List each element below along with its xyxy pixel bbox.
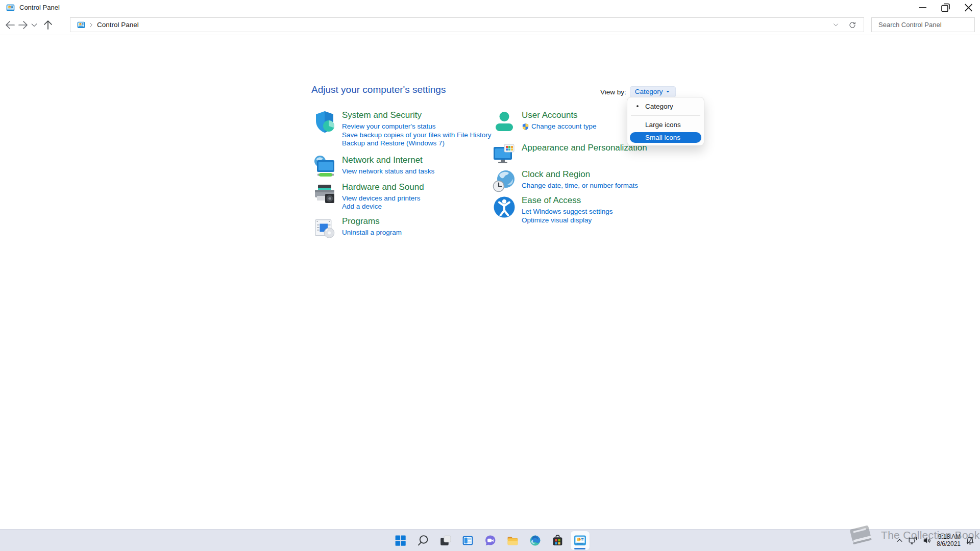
caret-down-icon	[665, 88, 671, 95]
category-link[interactable]: Review your computer's status	[342, 122, 492, 131]
category-title[interactable]: Programs	[342, 216, 402, 227]
taskbar-search-button[interactable]	[413, 531, 432, 550]
active-app-indicator	[574, 548, 585, 549]
category-link-label: Save backup copies of your files with Fi…	[342, 131, 492, 140]
taskbar-clock[interactable]: 9:18 AM 8/6/2021	[937, 533, 961, 547]
category-link[interactable]: Save backup copies of your files with Fi…	[342, 131, 492, 140]
category-link-label: Uninstall a program	[342, 229, 402, 237]
category-link[interactable]: Change date, time, or number formats	[522, 182, 638, 190]
back-button[interactable]	[4, 19, 16, 31]
category-link[interactable]: Backup and Restore (Windows 7)	[342, 139, 492, 148]
control-panel-icon	[574, 534, 586, 547]
search-icon	[416, 534, 429, 547]
taskbar-file-explorer-button[interactable]	[503, 531, 522, 550]
hidden-icons-chevron-icon[interactable]	[896, 537, 903, 544]
page-title: Adjust your computer's settings	[311, 84, 446, 95]
close-button[interactable]	[957, 0, 980, 15]
category-link[interactable]: Add a device	[342, 203, 424, 211]
selected-bullet-icon	[634, 103, 641, 110]
address-dropdown-icon[interactable]	[832, 21, 839, 28]
volume-icon[interactable]	[922, 536, 932, 545]
taskbar-store-button[interactable]	[548, 531, 567, 550]
view-menu-item-large-icons[interactable]: Large icons	[630, 118, 701, 131]
start-icon	[394, 534, 407, 547]
window-title: Control Panel	[19, 4, 60, 11]
category-title[interactable]: Clock and Region	[522, 169, 638, 180]
category-link[interactable]: Optimize visual display	[522, 216, 613, 225]
notifications-bell-icon[interactable]	[965, 536, 975, 545]
category-item: System and Security Review your computer…	[312, 110, 492, 148]
store-icon	[551, 534, 564, 547]
edge-icon	[529, 534, 542, 547]
view-menu-item-category[interactable]: Category	[630, 100, 701, 113]
menu-separator	[631, 115, 700, 116]
category-link[interactable]: Uninstall a program	[342, 229, 402, 237]
taskbar-chat-button[interactable]	[481, 531, 500, 550]
view-by-menu: Category Large icons Small icons	[627, 97, 704, 146]
user-accounts-icon[interactable]	[492, 110, 517, 134]
widgets-icon	[461, 534, 474, 547]
category-link-label: View network status and tasks	[342, 167, 434, 176]
category-title[interactable]: Hardware and Sound	[342, 182, 424, 192]
system-security-icon[interactable]	[312, 110, 337, 134]
taskbar-control-panel-button[interactable]	[571, 531, 590, 550]
category-link-label: View devices and printers	[342, 194, 421, 203]
control-panel-app-icon	[6, 4, 15, 12]
chat-icon	[484, 534, 497, 547]
task-view-icon	[439, 534, 452, 547]
category-item: Ease of Access Let Windows suggest setti…	[492, 195, 712, 224]
taskbar-start-button[interactable]	[391, 531, 410, 550]
category-title[interactable]: System and Security	[342, 110, 492, 120]
programs-icon[interactable]	[312, 216, 337, 240]
recent-pages-chevron-icon[interactable]	[30, 19, 38, 31]
navigation-bar: Control Panel	[0, 15, 980, 35]
view-by-label: View by:	[600, 88, 626, 96]
system-tray: 9:18 AM 8/6/2021	[896, 530, 975, 551]
category-link[interactable]: View devices and printers	[342, 194, 424, 203]
taskbar: 9:18 AM 8/6/2021	[0, 529, 980, 551]
forward-button[interactable]	[17, 19, 29, 31]
minimize-button[interactable]	[911, 0, 934, 15]
view-menu-item-small-icons[interactable]: Small icons	[630, 132, 701, 143]
search-box[interactable]	[871, 17, 975, 32]
network-icon[interactable]	[908, 536, 918, 545]
breadcrumb[interactable]: Control Panel	[97, 21, 139, 29]
category-link-label: Optimize visual display	[522, 216, 592, 225]
view-by-control: View by: Category	[600, 86, 676, 97]
hardware-sound-icon[interactable]	[312, 182, 337, 206]
taskbar-widgets-button[interactable]	[458, 531, 477, 550]
network-internet-icon[interactable]	[312, 155, 337, 179]
category-link[interactable]: View network status and tasks	[342, 167, 434, 176]
category-link-label: Backup and Restore (Windows 7)	[342, 139, 445, 148]
category-title[interactable]: Ease of Access	[522, 195, 613, 206]
clock-region-icon[interactable]	[492, 169, 517, 193]
category-item: Appearance and Personalization	[492, 142, 712, 167]
up-button[interactable]	[42, 19, 54, 31]
category-item: Network and Internet View network status…	[312, 155, 492, 179]
address-bar[interactable]: Control Panel	[70, 17, 864, 32]
search-input[interactable]	[877, 20, 969, 29]
uac-shield-icon	[522, 123, 529, 131]
category-title[interactable]: Network and Internet	[342, 155, 434, 165]
breadcrumb-chevron-icon[interactable]	[88, 22, 94, 28]
category-link[interactable]: Let Windows suggest settings	[522, 208, 613, 216]
control-panel-icon	[77, 21, 85, 29]
window-controls	[911, 0, 980, 15]
category-link-label: Review your computer's status	[342, 122, 435, 131]
appearance-icon[interactable]	[492, 142, 517, 167]
restore-button[interactable]	[934, 0, 957, 15]
title-bar: Control Panel	[0, 0, 980, 15]
tray-date: 8/6/2021	[937, 540, 961, 547]
category-link-label: Change account type	[531, 122, 597, 131]
taskbar-task-view-button[interactable]	[436, 531, 455, 550]
category-link-label: Let Windows suggest settings	[522, 208, 613, 216]
category-link[interactable]: Change account type	[522, 122, 597, 131]
category-item: Hardware and Sound View devices and prin…	[312, 182, 492, 211]
categories-left-column: System and Security Review your computer…	[312, 110, 492, 240]
category-link-label: Add a device	[342, 203, 382, 211]
category-title[interactable]: User Accounts	[522, 110, 597, 120]
refresh-icon[interactable]	[848, 21, 856, 29]
taskbar-edge-button[interactable]	[526, 531, 545, 550]
view-by-dropdown[interactable]: Category	[630, 86, 676, 97]
ease-access-icon[interactable]	[492, 195, 517, 219]
